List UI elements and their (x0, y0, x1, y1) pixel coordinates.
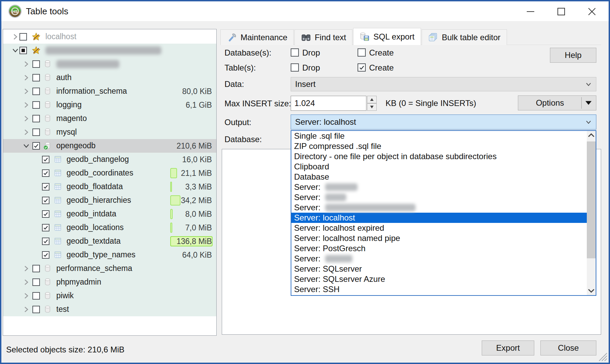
scroll-up-icon[interactable] (587, 131, 596, 140)
export-button[interactable]: Export (482, 340, 534, 355)
tree-row-geodb-textdata[interactable]: geodb_textdata136,8 MiB (3, 234, 216, 248)
output-option-database[interactable]: Database (291, 172, 587, 182)
output-option-zip-compressed-sql-file[interactable]: ZIP compressed .sql file (291, 141, 587, 151)
output-option-server-redacted-5[interactable]: Server: (291, 182, 587, 192)
checkbox-unchecked[interactable] (32, 278, 40, 286)
tree-row-geodb-floatdata[interactable]: geodb_floatdata3,3 MiB (3, 180, 216, 194)
tree-row-mysql[interactable]: mysql (3, 125, 216, 139)
checkbox-unchecked[interactable] (32, 88, 40, 95)
chevron-right-icon[interactable] (23, 265, 30, 272)
option-label: Database (294, 172, 329, 181)
tree-row-redacted-1[interactable] (3, 44, 216, 57)
chevron-right-icon[interactable] (23, 128, 30, 136)
checkbox-checked[interactable] (42, 197, 49, 204)
checkbox-unchecked[interactable] (32, 101, 40, 109)
tree-row-opengeodb[interactable]: opengeodb210,6 MiB (3, 139, 216, 153)
output-option-server-redacted-12[interactable]: Server: (291, 254, 587, 264)
tree-row-logging[interactable]: logging6,1 GiB (3, 98, 216, 112)
checkbox-checked[interactable] (42, 156, 49, 163)
output-option-server-redacted-7[interactable]: Server: (291, 202, 587, 213)
options-button[interactable]: Options (518, 95, 596, 110)
tree-row-test[interactable]: test (3, 303, 216, 316)
checkbox-unchecked[interactable] (32, 60, 40, 68)
chevron-right-icon[interactable] (23, 101, 30, 109)
spinner-down-button[interactable] (367, 103, 377, 111)
tree-label: opengeodb (56, 141, 96, 150)
checkbox-checked[interactable] (42, 251, 49, 259)
scroll-down-icon[interactable] (587, 286, 596, 295)
max-insert-size-input[interactable] (291, 96, 366, 111)
tree-row-geodb-intdata[interactable]: geodb_intdata8,0 MiB (3, 207, 216, 221)
tree-row-piwik[interactable]: piwik (3, 289, 216, 303)
output-option-server-sqlserver[interactable]: Server: SQLserver (291, 264, 587, 274)
spinner-up-button[interactable] (367, 96, 377, 103)
tree-row-redacted-2[interactable] (3, 57, 216, 71)
resize-grip[interactable] (598, 352, 607, 361)
chevron-down-icon[interactable] (23, 142, 30, 150)
checkbox-checked[interactable] (42, 210, 49, 218)
checkbox-unchecked[interactable] (19, 33, 27, 41)
checkbox-unchecked[interactable] (32, 128, 40, 136)
chevron-down-icon[interactable] (12, 47, 19, 54)
close-window-button[interactable] (584, 4, 600, 19)
checkbox-checked[interactable] (42, 169, 49, 177)
tree-row-magento[interactable]: magento (3, 112, 216, 125)
checkbox-checked[interactable] (42, 238, 49, 245)
tab-find-text[interactable]: Find text (294, 29, 352, 45)
tree-row-geodb-type-names[interactable]: geodb_type_names64,0 KiB (3, 248, 216, 262)
chevron-right-icon[interactable] (23, 74, 30, 81)
checkbox-unchecked[interactable] (32, 74, 40, 81)
tab-bulk-table-editor[interactable]: Bulk table editor (422, 29, 507, 45)
output-option-directory-one-file-per-object-in-database-subdirectories[interactable]: Directory - one file per object in datab… (291, 151, 587, 162)
tab-sql-export[interactable]: SQL export (353, 28, 421, 45)
checkbox-indeterminate[interactable] (19, 47, 27, 54)
tree-row-geodb-hierarchies[interactable]: geodb_hierarchies34,2 MiB (3, 194, 216, 207)
output-option-server-localhost-expired[interactable]: Server: localhost expired (291, 223, 587, 233)
chevron-right-icon[interactable] (23, 88, 30, 95)
help-button[interactable]: Help (550, 48, 596, 63)
output-combobox[interactable]: Server: localhost (291, 115, 596, 130)
tree-row-geodb-changelog[interactable]: geodb_changelog16,0 KiB (3, 153, 216, 166)
tables-create-checkbox[interactable] (358, 63, 366, 72)
tab-maintenance[interactable]: Maintenance (220, 29, 294, 45)
tree-row-geodb-locations[interactable]: geodb_locations7,0 MiB (3, 221, 216, 234)
databases-create-checkbox[interactable] (358, 48, 366, 57)
maximize-button[interactable] (553, 4, 569, 19)
output-option-clipboard[interactable]: Clipboard (291, 162, 587, 172)
output-option-server-redacted-6[interactable]: Server: (291, 192, 587, 202)
checkbox-unchecked[interactable] (32, 292, 40, 300)
output-option-server-sqlserver-azure[interactable]: Server: SQLserver Azure (291, 274, 587, 284)
option-label: Clipboard (294, 162, 329, 171)
chevron-right-icon[interactable] (12, 33, 19, 41)
tree-row-geodb-coordinates[interactable]: geodb_coordinates21,1 MiB (3, 166, 216, 180)
options-dropdown-arrow-icon[interactable] (585, 101, 592, 105)
chevron-right-icon[interactable] (23, 60, 30, 68)
output-option-server-localhost-named-pipe[interactable]: Server: localhost named pipe (291, 233, 587, 243)
tree-row-performance-schema[interactable]: performance_schema (3, 262, 216, 275)
tree-row-localhost[interactable]: localhost (3, 30, 216, 44)
tables-drop-checkbox[interactable] (291, 63, 299, 72)
tree-row-information-schema[interactable]: information_schema80,0 KiB (3, 85, 216, 98)
chevron-right-icon[interactable] (23, 278, 30, 286)
output-option-server-localhost[interactable]: Server: localhost (291, 213, 587, 223)
checkbox-checked[interactable] (32, 142, 40, 150)
output-option-server-postgresch[interactable]: Server: PostGresch (291, 243, 587, 254)
tree-row-phpmyadmin[interactable]: phpmyadmin (3, 275, 216, 289)
data-combobox[interactable]: Insert (291, 77, 596, 91)
output-option-single-sql-file[interactable]: Single .sql file (291, 131, 587, 141)
checkbox-unchecked[interactable] (32, 265, 40, 272)
chevron-right-icon[interactable] (23, 306, 30, 313)
checkbox-checked[interactable] (42, 183, 49, 191)
chevron-right-icon[interactable] (23, 292, 30, 300)
checkbox-unchecked[interactable] (32, 115, 40, 122)
dropdown-scrollbar[interactable] (587, 131, 596, 295)
databases-drop-checkbox[interactable] (291, 48, 299, 57)
close-button[interactable]: Close (540, 340, 596, 355)
checkbox-checked[interactable] (42, 224, 49, 231)
scrollbar-thumb[interactable] (587, 141, 596, 258)
checkbox-unchecked[interactable] (32, 306, 40, 313)
minimize-button[interactable] (523, 4, 538, 19)
chevron-right-icon[interactable] (23, 115, 30, 122)
tree-row-auth[interactable]: auth (3, 71, 216, 85)
output-option-server-ssh[interactable]: Server: SSH (291, 284, 587, 294)
